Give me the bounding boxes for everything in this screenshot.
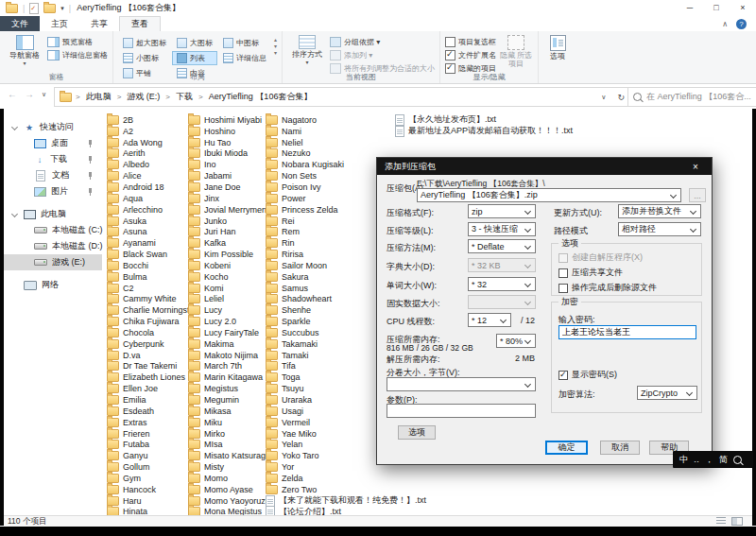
file-item[interactable]: Mona Megistus: [188, 507, 270, 515]
volume-size-combo[interactable]: [387, 377, 536, 391]
sidebar-item-quick-access[interactable]: ★ 快速访问: [4, 119, 102, 135]
cpu-threads-combo[interactable]: * 12: [468, 313, 511, 327]
layout-small-icons[interactable]: 小图标: [118, 51, 171, 65]
file-item[interactable]: Momo Yaoyoruzu: [188, 495, 270, 507]
file-item[interactable]: Kafka: [188, 237, 270, 249]
sidebar-item-documents[interactable]: 文档: [4, 167, 102, 183]
refresh-icon[interactable]: ↻: [617, 93, 625, 102]
path-mode-combo[interactable]: 相对路径: [618, 222, 701, 236]
file-item[interactable]: Ibuki Mioda: [188, 148, 270, 160]
file-item[interactable]: Mirko: [188, 428, 270, 440]
sidebar-item-drive-c[interactable]: 本地磁盘 (C:): [4, 222, 102, 238]
ime-search-icon[interactable]: [733, 456, 742, 464]
ime-dots-icon[interactable]: ‥: [694, 455, 699, 464]
crumb-drive-e[interactable]: 游戏 (E:): [125, 91, 162, 103]
file-item[interactable]: Hoshino: [188, 126, 270, 137]
file-item[interactable]: Momo Ayase: [188, 484, 270, 495]
sidebar-item-network[interactable]: 网络: [4, 277, 102, 293]
file-item[interactable]: Dr Tae Takemi: [107, 361, 198, 372]
file-item[interactable]: Jabami: [188, 170, 270, 182]
file-item[interactable]: 【永久地址发布页】.txt: [395, 114, 573, 126]
file-item[interactable]: Momo: [188, 473, 270, 484]
file-item[interactable]: Kocho: [188, 271, 270, 283]
file-item[interactable]: Lucy FairyTale: [188, 327, 270, 338]
expander-icon[interactable]: [11, 124, 18, 130]
sidebar-item-drive-e[interactable]: 游戏 (E:): [4, 254, 102, 270]
tab-file[interactable]: 文件: [0, 16, 40, 31]
archive-name-combo[interactable]: AeryTiefling 【106套合集】.zip: [417, 188, 681, 202]
sidebar-item-desktop[interactable]: 桌面: [4, 135, 102, 151]
close-button[interactable]: ×: [730, 0, 756, 16]
file-item[interactable]: Aerith: [107, 148, 198, 160]
file-item[interactable]: Extras: [107, 417, 198, 428]
qat-new-folder-icon[interactable]: [43, 4, 56, 13]
tab-view[interactable]: 查看: [119, 16, 161, 31]
password-input[interactable]: [558, 325, 696, 339]
file-item[interactable]: MIsa: [188, 439, 270, 450]
help-icon[interactable]: ?: [736, 19, 747, 29]
file-item[interactable]: Lucy 2.0: [188, 316, 270, 327]
browse-button[interactable]: ...: [689, 188, 706, 202]
format-combo[interactable]: zip: [468, 204, 536, 218]
file-item[interactable]: Charlie Morningstar: [107, 304, 198, 316]
dialog-close-icon[interactable]: ×: [687, 162, 704, 172]
file-item[interactable]: 2B: [107, 114, 198, 126]
file-item[interactable]: Asuka: [107, 216, 198, 227]
ime-punct-icon[interactable]: ，: [705, 454, 713, 466]
file-item[interactable]: March 7th: [188, 361, 270, 372]
file-item[interactable]: Juri Han: [188, 226, 270, 237]
options-button[interactable]: 选项: [543, 34, 572, 61]
file-item[interactable]: 【论坛介绍】.txt: [266, 507, 426, 515]
dialog-titlebar[interactable]: 添加到压缩包 ×: [377, 158, 712, 175]
qat-properties-icon[interactable]: [29, 3, 39, 14]
file-item[interactable]: Gym: [107, 473, 198, 484]
details-view-toggle-icon[interactable]: [716, 517, 726, 524]
layout-large-icons[interactable]: 大图标: [172, 36, 217, 50]
back-icon[interactable]: ←: [8, 89, 17, 99]
file-item[interactable]: Hu Tao: [188, 137, 270, 148]
dialog-options-button[interactable]: 选项: [398, 425, 436, 440]
file-item[interactable]: Albedo: [107, 159, 198, 170]
file-item[interactable]: Hoshimi Miyabi: [188, 114, 270, 126]
tab-share[interactable]: 共享: [79, 16, 119, 31]
file-item[interactable]: Lucy: [188, 304, 270, 316]
address-dropdown-icon[interactable]: ∨: [601, 94, 606, 101]
tab-home[interactable]: 主页: [40, 16, 79, 31]
file-item[interactable]: Android 18: [107, 182, 198, 193]
ime-simplified-toggle[interactable]: 简: [719, 454, 728, 466]
encryption-method-combo[interactable]: ZipCrypto: [637, 386, 697, 400]
ime-cn-mode[interactable]: 中: [679, 454, 688, 466]
file-item[interactable]: Zero Two: [266, 484, 426, 495]
file-item[interactable]: Makoto Nijima: [188, 350, 270, 361]
file-item[interactable]: Mikasa: [188, 406, 270, 417]
file-item[interactable]: Haru: [107, 495, 198, 507]
file-item[interactable]: Jovial Merryment: [188, 204, 270, 216]
sidebar-item-pictures[interactable]: 图片: [4, 183, 102, 199]
preview-pane-button[interactable]: 预览窗格: [47, 36, 108, 48]
file-item[interactable]: Neliel: [266, 137, 426, 148]
file-item[interactable]: Hinata: [107, 507, 198, 515]
file-item[interactable]: Emilia: [107, 394, 198, 406]
crumb-current-folder[interactable]: AeryTiefling 【106套合集】: [207, 91, 315, 103]
breadcrumb[interactable]: > 此电脑 > 游戏 (E:) > 下载 > AeryTiefling 【106…: [54, 87, 630, 107]
file-item[interactable]: Ino: [188, 159, 270, 170]
sidebar-item-downloads[interactable]: ↓ 下载: [4, 151, 102, 167]
update-mode-combo[interactable]: 添加并替换文件: [618, 204, 701, 218]
file-item[interactable]: Makima: [188, 338, 270, 350]
parameters-input[interactable]: [387, 404, 536, 418]
file-item[interactable]: Leliel: [188, 294, 270, 305]
file-item[interactable]: Hancock: [107, 484, 198, 495]
layout-list[interactable]: 列表: [172, 51, 217, 65]
file-item[interactable]: Kim Possible: [188, 249, 270, 260]
layout-medium-icons[interactable]: 中图标: [218, 36, 271, 50]
file-item[interactable]: Chocola: [107, 327, 198, 338]
file-item[interactable]: 【来了就能下载和观看！纯免费！】.txt: [266, 495, 426, 507]
layout-xlarge-icons[interactable]: 超大图标: [118, 36, 171, 50]
file-item[interactable]: Gollum: [107, 461, 198, 473]
file-item[interactable]: Frieren: [107, 428, 198, 440]
file-item[interactable]: Kobeni: [188, 260, 270, 271]
file-item[interactable]: Cammy White: [107, 294, 198, 305]
file-item[interactable]: Ganyu: [107, 450, 198, 461]
details-pane-button[interactable]: 详细信息窗格: [47, 49, 108, 61]
file-item[interactable]: A2: [107, 126, 198, 137]
